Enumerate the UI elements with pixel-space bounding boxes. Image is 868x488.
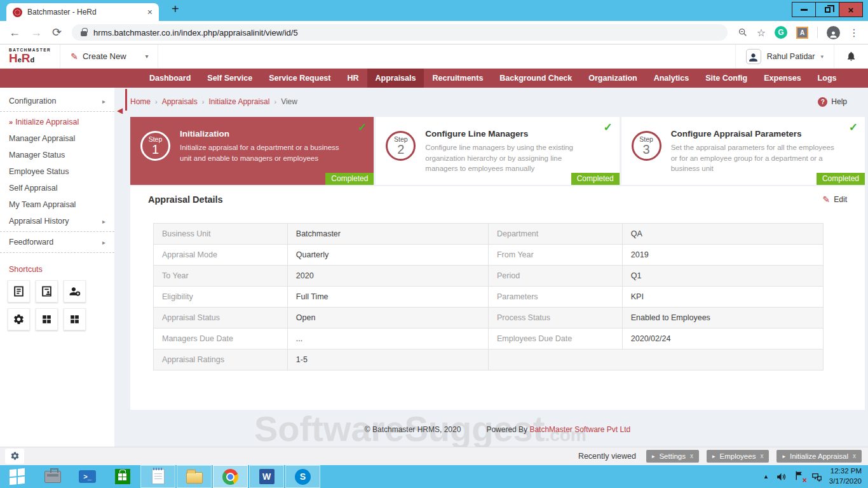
store-button[interactable]: [105, 465, 140, 488]
nav-item-recruitments[interactable]: Recruitments: [424, 69, 491, 88]
close-icon: ×: [848, 5, 854, 15]
sidebar-item-manager-appraisal[interactable]: Manager Appraisal: [0, 130, 114, 147]
shortcut-document-person-button[interactable]: [36, 280, 58, 302]
create-new-dropdown-caret[interactable]: ▾: [137, 44, 158, 68]
chrome-button[interactable]: [213, 465, 248, 488]
shortcut-grid-button[interactable]: [64, 308, 86, 330]
taskbar-clock[interactable]: 12:32 PM 3/17/2020: [829, 466, 862, 486]
minimize-button[interactable]: [792, 2, 816, 17]
server-manager-button[interactable]: [35, 465, 70, 488]
nav-item-site-config[interactable]: Site Config: [697, 69, 756, 88]
maximize-button[interactable]: [815, 2, 839, 17]
volume-icon[interactable]: [776, 471, 787, 482]
grammarly-extension-icon[interactable]: G: [775, 26, 787, 39]
nav-item-background-check[interactable]: Background Check: [491, 69, 580, 88]
tray-expand-icon[interactable]: ▲: [763, 473, 769, 480]
word-button[interactable]: W: [249, 465, 284, 488]
file-explorer-button[interactable]: [177, 465, 212, 488]
bookmark-star-icon[interactable]: ☆: [757, 27, 766, 39]
step-2-title: Configure Line Managers: [425, 129, 593, 139]
chip-label: Initialize Appraisal: [790, 452, 848, 460]
action-center-button[interactable]: ×: [794, 470, 804, 484]
start-button[interactable]: [0, 465, 35, 488]
pencil-icon: ✎: [823, 194, 831, 205]
nav-item-appraisals[interactable]: Appraisals: [367, 69, 424, 88]
zoom-icon[interactable]: [738, 27, 748, 37]
sidebar-item-employee-status[interactable]: Employee Status: [0, 163, 114, 180]
sidebar-item-feedforward[interactable]: Feedforward ▸: [0, 234, 114, 250]
network-icon[interactable]: [811, 471, 822, 482]
steps-row: Step 1 Initialization Initialize apprais…: [130, 117, 865, 185]
address-bar[interactable]: hrms.batchmaster.co.in/index.php/apprais…: [72, 24, 728, 41]
nav-item-self-service[interactable]: Self Service: [199, 69, 261, 88]
field-label: Process Status: [488, 308, 622, 329]
nav-item-service-request[interactable]: Service Request: [261, 69, 339, 88]
app-header: BATCHMASTER HeRd ✎ Create New ▾ Rahul Pa…: [0, 44, 868, 69]
breadcrumb-appraisals[interactable]: Appraisals: [162, 97, 198, 106]
chip-close-icon[interactable]: x: [853, 452, 856, 459]
nav-item-dashboard[interactable]: Dashboard: [141, 69, 199, 88]
browser-tab[interactable]: Batchmaster - HeRd ×: [6, 3, 159, 21]
shortcut-add-person-button[interactable]: [64, 280, 86, 302]
forward-button[interactable]: →: [31, 27, 42, 38]
sidebar-item-self-appraisal[interactable]: Self Appraisal: [0, 180, 114, 196]
table-row: To Year 2020 Period Q1: [154, 266, 824, 287]
shortcut-document-list-button[interactable]: [8, 280, 30, 302]
browser-profile-icon[interactable]: [827, 26, 840, 39]
recent-chip-initialize-appraisal[interactable]: ▸ Initialize Appraisal x: [776, 450, 862, 463]
batchmaster-favicon-icon: [13, 8, 22, 17]
shortcut-settings-button[interactable]: [8, 308, 30, 330]
clock-time: 12:32 PM: [829, 466, 862, 477]
chip-arrow-icon: ▸: [782, 453, 785, 459]
check-icon: ✓: [603, 121, 612, 134]
nav-item-organization[interactable]: Organization: [580, 69, 645, 88]
sidebar-item-configuration[interactable]: Configuration ▸: [0, 93, 114, 109]
shortcut-grid-button[interactable]: [36, 308, 58, 330]
batchmaster-logo[interactable]: BATCHMASTER HeRd: [0, 48, 60, 65]
edit-button[interactable]: ✎ Edit: [823, 194, 847, 205]
adobe-acrobat-extension-icon[interactable]: A: [796, 27, 808, 39]
back-button[interactable]: ←: [9, 27, 20, 38]
page-settings-button[interactable]: [5, 449, 24, 464]
notepad-button[interactable]: [140, 465, 175, 488]
step-card-initialization[interactable]: Step 1 Initialization Initialize apprais…: [130, 117, 374, 185]
step-3-circle: Step 3: [632, 131, 661, 161]
nav-item-expenses[interactable]: Expenses: [756, 69, 809, 88]
nav-item-logs[interactable]: Logs: [810, 69, 845, 88]
user-menu[interactable]: Rahul Patidar ▾: [735, 44, 834, 68]
skype-button[interactable]: S: [285, 465, 320, 488]
tab-close-icon[interactable]: ×: [147, 7, 153, 17]
nav-item-analytics[interactable]: Analytics: [646, 69, 698, 88]
sidebar-item-my-team-appraisal[interactable]: My Team Appraisal: [0, 196, 114, 213]
chip-label: Settings: [659, 452, 686, 460]
notifications-button[interactable]: [834, 44, 868, 68]
sidebar-item-appraisal-history[interactable]: Appraisal History ▸: [0, 213, 114, 229]
new-tab-button[interactable]: +: [172, 2, 179, 21]
sidebar-item-manager-status[interactable]: Manager Status: [0, 147, 114, 163]
chip-close-icon[interactable]: x: [690, 452, 693, 459]
help-button[interactable]: ? Help: [818, 97, 847, 107]
check-icon: ✓: [849, 121, 858, 134]
step-3-status-badge: Completed: [817, 173, 865, 185]
nav-item-hr[interactable]: HR: [339, 69, 367, 88]
powershell-button[interactable]: >_: [70, 465, 105, 488]
field-value: Full Time: [287, 287, 488, 308]
create-new-button[interactable]: ✎ Create New: [60, 44, 136, 68]
step-card-configure-line-managers[interactable]: Step 2 Configure Line Managers Configure…: [376, 117, 619, 185]
system-tray: ▲ × 12:32 PM 3/17/2020: [763, 465, 868, 488]
close-button[interactable]: ×: [839, 2, 863, 17]
step-card-configure-appraisal-parameters[interactable]: Step 3 Configure Appraisal Parameters Se…: [621, 117, 865, 185]
create-new-label: Create New: [83, 51, 126, 61]
recent-chip-employees[interactable]: ▸ Employees x: [707, 450, 769, 463]
powered-by-link[interactable]: BatchMaster Software Pvt Ltd: [529, 425, 630, 434]
browser-menu-icon[interactable]: ⋮: [849, 27, 859, 39]
sidebar-item-initialize-appraisal[interactable]: » Initialize Appraisal: [0, 114, 114, 130]
breadcrumb-initialize-appraisal[interactable]: Initialize Appraisal: [208, 97, 269, 106]
recent-chip-settings[interactable]: ▸ Settings x: [646, 450, 699, 463]
breadcrumb-home[interactable]: Home: [130, 97, 151, 106]
sidebar-scrollbar-thumb[interactable]: [125, 89, 127, 111]
field-label: Managers Due Date: [154, 329, 288, 349]
recently-viewed-bar: Recently viewed ▸ Settings x ▸ Employees…: [578, 450, 862, 463]
chip-close-icon[interactable]: x: [760, 452, 763, 459]
reload-button[interactable]: ⟳: [52, 27, 62, 38]
